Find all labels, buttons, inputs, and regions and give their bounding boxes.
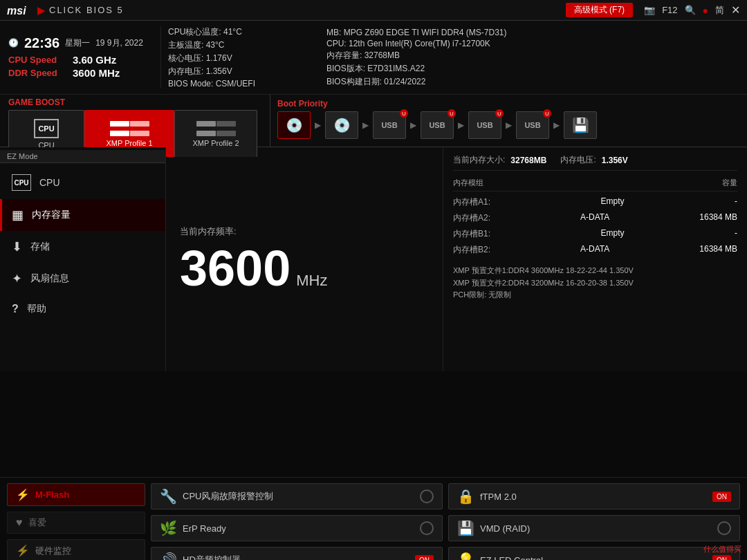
bios-date-info: BIOS构建日期: 01/24/2022 <box>326 76 739 88</box>
favorite-icon: ♥ <box>16 516 23 529</box>
boot-devices: 💿 ▶ 💿 ▶ USB U ▶ USB U ▶ USB U ▶ US <box>277 111 740 139</box>
cpu-speed-value: 3.60 GHz <box>73 54 116 66</box>
sidebar-cpu-label: CPU <box>39 177 60 188</box>
sidebar-fan-label: 风扇信息 <box>30 272 69 285</box>
boot-device-6[interactable]: 💾 <box>564 111 597 139</box>
main-content: EZ Mode CPU CPU ▦ 内存容量 ⬇ 存储 ✦ 风扇信息 ? 帮助 … <box>0 147 747 371</box>
info-bar: 🕐 22:36 星期一 19 9月, 2022 CPU Speed 3.60 G… <box>0 21 747 95</box>
info-center: CPU核心温度: 41°C 主板温度: 43°C 核心电压: 1.176V 内存… <box>160 26 313 88</box>
storage-icon: ⬇ <box>12 239 22 254</box>
sidebar-item-memory[interactable]: ▦ 内存容量 <box>0 199 165 231</box>
cpu-temp-info: CPU核心温度: 41°C <box>168 26 313 38</box>
bottom-col-2: 🔧 CPU风扇故障报警控制 🌿 ErP Ready 🔊 HD音频控制器 ON <box>151 483 443 554</box>
favorite-button[interactable]: ♥ 喜爱 <box>7 512 145 534</box>
ftpm-icon: 🔒 <box>457 488 474 505</box>
slot-a2-label: 内存槽A2: <box>453 212 490 224</box>
ez-mode-label: EZ Mode <box>0 150 165 163</box>
svg-text:msi: msi <box>7 5 26 17</box>
ddr-speed-row: DDR Speed 3600 MHz <box>8 67 160 79</box>
xmp-section: XMP 预置文件1:DDR4 3600MHz 18-22-22-44 1.350… <box>453 265 737 301</box>
date-value: 19 9月, 2022 <box>95 37 143 49</box>
watermark-text: 值得买 <box>719 545 741 553</box>
screenshot-icon[interactable]: 📷 <box>644 5 655 15</box>
weekday-value: 星期一 <box>65 37 90 49</box>
boot-device-1[interactable]: 💿 <box>325 111 358 139</box>
freq-value: 3600 <box>180 243 290 293</box>
ddr-speed-label: DDR Speed <box>8 68 67 78</box>
circle-icon: ● <box>703 5 708 16</box>
vmd-button[interactable]: 💾 VMD (RAID) <box>448 515 740 541</box>
vmd-icon: 💾 <box>457 520 474 536</box>
core-voltage-info: 核心电压: 1.176V <box>168 53 313 64</box>
game-boost-area: GAME BOOST CPU CPU XMP Profile 1 <box>0 95 270 147</box>
cpufan-label: CPU风扇故障报警控制 <box>183 490 273 503</box>
ftpm-button[interactable]: 🔒 fTPM 2.0 ON <box>448 483 740 510</box>
mem-voltage-info: 内存电压: 1.356V <box>168 66 313 77</box>
slot-a2-size: 16384 MB <box>699 212 737 224</box>
capacity-col-header: 容量 <box>722 178 737 188</box>
boot-arrow-3: ▶ <box>458 120 464 130</box>
info-left: 🕐 22:36 星期一 19 9月, 2022 CPU Speed 3.60 G… <box>8 26 160 88</box>
boot-arrow-1: ▶ <box>362 120 369 130</box>
sidebar-item-storage[interactable]: ⬇ 存储 <box>0 231 165 263</box>
search-icon[interactable]: 🔍 <box>685 5 696 15</box>
ftpm-toggle[interactable]: ON <box>712 492 731 502</box>
boot-device-3[interactable]: USB U <box>421 111 454 139</box>
info-right: MB: MPG Z690 EDGE TI WIFI DDR4 (MS-7D31)… <box>313 26 739 88</box>
clock-icon: 🕐 <box>8 38 19 48</box>
fan-icon: ✦ <box>12 271 22 286</box>
boot-device-2[interactable]: USB U <box>373 111 406 139</box>
hd-audio-button[interactable]: 🔊 HD音频控制器 ON <box>151 547 443 560</box>
slot-a1-size: - <box>735 196 737 208</box>
hd-audio-toggle[interactable]: ON <box>415 555 434 561</box>
slot-a1-label: 内存槽A1: <box>453 196 490 208</box>
mem-modules-header: 内存模组 容量 <box>453 175 737 192</box>
boot-arrow-4: ▶ <box>506 120 512 130</box>
freq-unit: MHz <box>296 272 327 290</box>
mem-module-b1: 内存槽B1: Empty - <box>453 226 737 242</box>
mflash-button[interactable]: ⚡ M-Flash <box>7 483 145 506</box>
center-panel: 当前内存频率: 3600 MHz <box>166 147 443 371</box>
mb-info: MB: MPG Z690 EDGE TI WIFI DDR4 (MS-7D31) <box>326 28 739 37</box>
erp-label: ErP Ready <box>183 523 226 534</box>
mflash-label: M-Flash <box>35 489 69 500</box>
hwmonitor-icon: ⚡ <box>16 544 30 557</box>
bottom-bar: ⚡ M-Flash ♥ 喜爱 ⚡ 硬件监控 🔧 CPU风扇故障报警控制 🌿 Er… <box>0 477 747 560</box>
ez-led-button[interactable]: 💡 EZ LED Control ON <box>448 547 740 560</box>
boot-priority-label: Boot Priority <box>277 99 740 109</box>
mem-size-label: 当前内存大小: <box>453 154 505 166</box>
msi-logo-icon: msi <box>7 3 32 17</box>
cpufan-toggle[interactable] <box>420 489 434 503</box>
slot-b1-label: 内存槽B1: <box>453 228 490 240</box>
sidebar-item-fan[interactable]: ✦ 风扇信息 <box>0 263 165 295</box>
sidebar-item-cpu[interactable]: CPU CPU <box>0 166 165 199</box>
boot-device-4[interactable]: USB U <box>468 111 501 139</box>
ez-led-label: EZ LED Control <box>480 555 543 561</box>
f12-label[interactable]: F12 <box>662 5 677 15</box>
bottom-col-1: ⚡ M-Flash ♥ 喜爱 ⚡ 硬件监控 <box>7 483 145 554</box>
ez-led-toggle[interactable]: ON <box>712 555 731 561</box>
sidebar-item-help[interactable]: ? 帮助 <box>0 295 165 324</box>
mem-size-stat: 当前内存大小: 32768MB <box>453 154 546 166</box>
boost-tab-xmp2-label: XMP Profile 2 <box>192 139 239 147</box>
cpufan-icon: 🔧 <box>160 488 177 505</box>
watermark: 什么值得买 <box>703 544 741 554</box>
ez-led-icon: 💡 <box>457 552 474 560</box>
erp-button[interactable]: 🌿 ErP Ready <box>151 515 443 541</box>
vmd-toggle[interactable] <box>717 521 731 535</box>
cpufan-button[interactable]: 🔧 CPU风扇故障报警控制 <box>151 483 443 510</box>
sidebar-memory-label: 内存容量 <box>32 209 71 221</box>
memory-icon: ▦ <box>12 207 24 223</box>
advanced-mode-button[interactable]: 高级模式 (F7) <box>566 3 633 17</box>
close-button[interactable]: ✕ <box>731 3 740 17</box>
sidebar-help-label: 帮助 <box>27 303 46 315</box>
sidebar-storage-label: 存储 <box>30 241 50 253</box>
bios-mode-info: BIOS Mode: CSM/UEFI <box>168 79 313 88</box>
boot-device-5[interactable]: USB U <box>516 111 549 139</box>
boot-device-0[interactable]: 💿 <box>277 111 311 139</box>
pch-limit-info: PCH限制: 无限制 <box>453 289 737 301</box>
erp-toggle[interactable] <box>420 521 434 535</box>
hwmonitor-button[interactable]: ⚡ 硬件监控 <box>7 539 145 560</box>
lang-label[interactable]: 简 <box>715 4 724 17</box>
top-bar: msi ▶ CLICK BIOS 5 高级模式 (F7) 📷 F12 🔍 ● 简… <box>0 0 747 21</box>
